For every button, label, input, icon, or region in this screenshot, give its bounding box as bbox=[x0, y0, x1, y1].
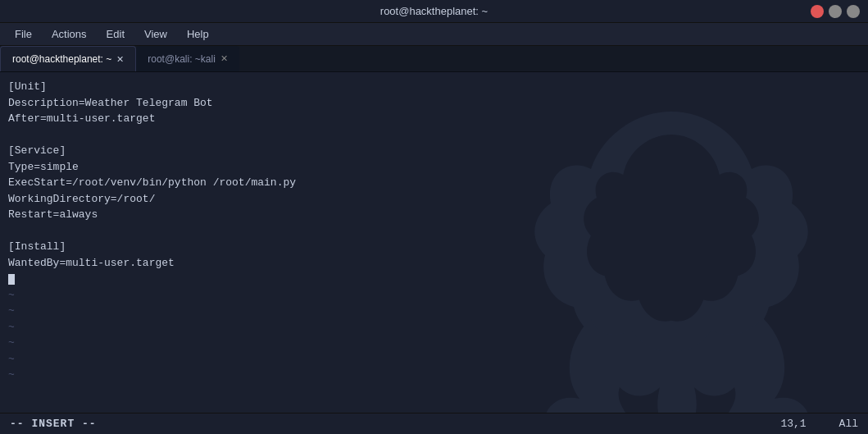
terminal-line-3 bbox=[8, 127, 860, 144]
tabs-bar: root@hacktheplanet: ~ ✕ root@kali: ~kali… bbox=[0, 46, 868, 72]
cursor bbox=[8, 274, 15, 285]
tilde-line-5: ~ bbox=[8, 367, 860, 383]
terminal-line-9 bbox=[8, 223, 860, 240]
tab-label-hacktheplanet: root@hacktheplanet: ~ bbox=[12, 53, 111, 65]
terminal-content[interactable]: [Unit] Description=Weather Telegram Bot … bbox=[0, 72, 868, 413]
status-bar: -- INSERT -- 13,1 All bbox=[0, 413, 868, 434]
terminal-line-8: Restart=always bbox=[8, 207, 860, 223]
title-bar: root@hacktheplanet: ~ bbox=[0, 0, 868, 23]
tab-close-kali[interactable]: ✕ bbox=[220, 54, 228, 63]
tilde-line-1: ~ bbox=[8, 303, 860, 319]
tilde-line-3: ~ bbox=[8, 335, 860, 351]
menu-help[interactable]: Help bbox=[179, 26, 217, 42]
status-right: 13,1 All bbox=[780, 418, 858, 430]
terminal-line-1: Description=Weather Telegram Bot bbox=[8, 95, 860, 112]
menu-actions[interactable]: Actions bbox=[43, 26, 95, 42]
window-controls bbox=[811, 5, 860, 18]
tilde-line-0: ~ bbox=[8, 287, 860, 304]
vim-mode: -- INSERT -- bbox=[10, 418, 97, 430]
minimize-button[interactable] bbox=[829, 5, 842, 18]
window-title: root@hacktheplanet: ~ bbox=[380, 5, 488, 17]
tab-close-hacktheplanet[interactable]: ✕ bbox=[116, 55, 124, 64]
menu-edit[interactable]: Edit bbox=[98, 26, 133, 42]
tilde-line-2: ~ bbox=[8, 319, 860, 336]
terminal-line-11: WantedBy=multi-user.target bbox=[8, 255, 860, 272]
terminal-line-10: [Install] bbox=[8, 239, 860, 255]
tab-hacktheplanet[interactable]: root@hacktheplanet: ~ ✕ bbox=[0, 46, 136, 71]
terminal-line-2: After=multi-user.target bbox=[8, 111, 860, 127]
cursor-position: 13,1 bbox=[780, 418, 806, 430]
tab-label-kali: root@kali: ~kali bbox=[148, 53, 216, 65]
terminal-line-0: [Unit] bbox=[8, 79, 860, 95]
menu-view[interactable]: View bbox=[136, 26, 175, 42]
menu-bar: File Actions Edit View Help bbox=[0, 23, 868, 46]
menu-file[interactable]: File bbox=[7, 26, 40, 42]
scroll-scope: All bbox=[839, 418, 858, 430]
tilde-line-4: ~ bbox=[8, 351, 860, 368]
maximize-button[interactable] bbox=[847, 5, 860, 18]
close-button[interactable] bbox=[811, 5, 824, 18]
terminal-line-cursor bbox=[8, 271, 860, 287]
terminal-line-7: WorkingDirectory=/root/ bbox=[8, 191, 860, 208]
terminal-line-5: Type=simple bbox=[8, 159, 860, 176]
tab-kali[interactable]: root@kali: ~kali ✕ bbox=[136, 46, 239, 71]
terminal-line-6: ExecStart=/root/venv/bin/python /root/ma… bbox=[8, 175, 860, 191]
terminal-line-4: [Service] bbox=[8, 143, 860, 159]
